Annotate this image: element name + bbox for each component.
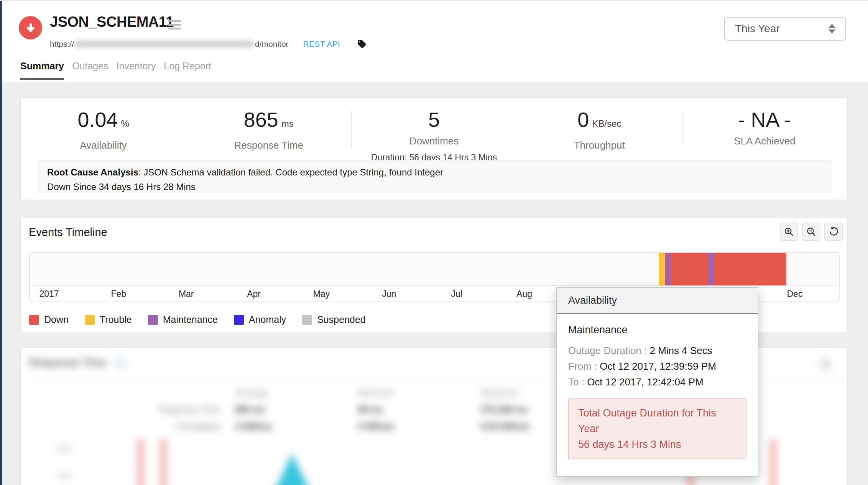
legend-item-trouble[interactable]: Trouble [85, 314, 132, 325]
timeline-segment-down[interactable] [671, 253, 709, 285]
tooltip-event-type: Maintenance [568, 324, 746, 336]
sla-value: - NA - [738, 108, 791, 131]
availability-label: Availability [21, 139, 186, 151]
cell: 88 ms [358, 405, 383, 415]
zoom-in-button[interactable] [780, 223, 798, 241]
downtimes-label: Downtimes [351, 135, 516, 147]
app-window: JSON_SCHEMA11 https:// d/monitor REST AP… [0, 0, 868, 485]
cell: 0.03 KB/sec [481, 421, 530, 432]
axis-label: 2017 [34, 289, 64, 299]
availability-value: 0.04 [77, 108, 118, 131]
tab-inventory[interactable]: Inventory [116, 58, 156, 80]
axis-label: May [308, 289, 335, 299]
axis-label: Apr [240, 289, 267, 299]
legend-item-suspended[interactable]: Suspended [302, 314, 366, 325]
tooltip-row-to: To : Oct 12 2017, 12:42:04 PM [568, 374, 746, 390]
downtime-bar [138, 439, 143, 485]
tooltip-body: Maintenance Outage Duration : 2 Mins 4 S… [557, 314, 758, 459]
info-icon: i [116, 358, 126, 368]
page-title: JSON_SCHEMA11 [50, 14, 174, 30]
cell: 0 KB/sec [235, 421, 273, 432]
period-dropdown[interactable]: This Year [724, 17, 846, 41]
zoom-reset-button[interactable] [824, 223, 843, 241]
stats-row: 0.04% Availability 865ms Response Time 5… [21, 98, 847, 163]
header: JSON_SCHEMA11 https:// d/monitor REST AP… [0, 1, 868, 82]
root-cause-analysis-box: Root Cause Analysis: JSON Schema validat… [37, 160, 832, 193]
tab-summary[interactable]: Summary [20, 58, 64, 80]
timeline-legend: Down Trouble Maintenance Anomaly Suspend… [29, 314, 366, 325]
summary-stats-card: 0.04% Availability 865ms Response Time 5… [20, 97, 848, 200]
down-swatch [29, 315, 39, 325]
stat-throughput: 0KB/sec Throughput [517, 108, 682, 163]
availability-tooltip: Availability Maintenance Outage Duration… [556, 287, 758, 477]
hamburger-menu-icon[interactable] [168, 20, 182, 31]
anomaly-swatch [234, 315, 244, 325]
legend-item-anomaly[interactable]: Anomaly [234, 314, 286, 325]
tooltip-row-duration: Outage Duration : 2 Mins 4 Secs [568, 343, 746, 359]
zoom-reset-icon [828, 226, 839, 237]
period-dropdown-value: This Year [735, 23, 829, 35]
tab-log-report[interactable]: Log Report [164, 58, 211, 80]
timeline-segment-trouble[interactable] [659, 253, 665, 285]
zoom-out-button[interactable] [802, 223, 820, 241]
timeline-zoom-controls [780, 223, 843, 241]
tab-outages[interactable]: Outages [72, 58, 108, 80]
url-redacted-blur [75, 40, 254, 48]
response-spike-area [270, 454, 314, 485]
timeline-segment-down[interactable] [713, 253, 786, 285]
tooltip-header: Availability [557, 288, 758, 314]
url-suffix: d/monitor [255, 39, 289, 49]
tooltip-row-from: From : Oct 12 2017, 12:39:59 PM [568, 359, 746, 374]
throughput-value: 0 [577, 108, 589, 131]
stat-availability: 0.04% Availability [21, 108, 186, 163]
y-axis-label: 150 [57, 471, 71, 480]
monitor-down-status-icon [19, 16, 42, 39]
response-time-label: Response Time [186, 139, 351, 151]
monitor-type-link[interactable]: REST API [303, 39, 340, 49]
axis-label: Jun [376, 289, 403, 299]
zoom-out-icon [806, 226, 817, 237]
axis-label: Aug [511, 289, 538, 299]
downtime-bar [770, 439, 776, 485]
cell: 270,189 ms [481, 405, 528, 415]
trouble-swatch [85, 315, 95, 325]
zoom-in-icon [784, 226, 794, 237]
legend-item-down[interactable]: Down [29, 314, 69, 325]
events-timeline-title: Events Timeline [29, 226, 107, 239]
downtime-bar [161, 439, 166, 485]
select-arrows-icon [829, 24, 835, 34]
col-header: Maximum [481, 388, 519, 398]
stat-downtimes: 5 Downtimes Duration: 56 days 14 Hrs 3 M… [351, 108, 516, 163]
monitor-url: https:// d/monitor REST API [50, 39, 367, 49]
down-arrow-icon [24, 21, 37, 34]
axis-label: Feb [105, 289, 132, 299]
response-time-title: Response Time [29, 356, 107, 369]
window-edge [0, 1, 2, 485]
axis-label: Dec [781, 289, 808, 299]
legend-item-maintenance[interactable]: Maintenance [148, 314, 218, 325]
card-menu-icon[interactable] [819, 358, 832, 371]
down-since-text: Down Since 34 days 16 Hrs 28 Mins [47, 180, 822, 194]
stat-response-time: 865ms Response Time [186, 108, 351, 163]
total-outage-highlight: Total Outage Duration for This Year 56 d… [568, 398, 746, 459]
col-header: Minimum [358, 388, 394, 398]
downtimes-value: 5 [428, 108, 440, 131]
url-prefix: https:// [50, 39, 74, 49]
stat-sla: - NA - SLA Achieved [682, 108, 847, 163]
response-time-value: 865 [244, 108, 278, 131]
tag-icon[interactable] [357, 39, 367, 49]
row-label: Throughput [136, 421, 220, 432]
suspended-swatch [302, 315, 312, 325]
axis-label: Mar [173, 289, 200, 299]
cell: 0 KB/sec [358, 421, 395, 432]
cell: 865 ms [235, 405, 265, 415]
timeline-segment-maintenance[interactable] [666, 253, 671, 285]
root-cause-label: Root Cause Analysis [47, 167, 138, 177]
timeline-bars-area[interactable] [30, 253, 839, 286]
sla-label: SLA Achieved [682, 135, 847, 147]
throughput-label: Throughput [517, 139, 682, 151]
timeline-segment-maintenance[interactable] [709, 253, 713, 285]
col-header: Average [235, 388, 268, 398]
maintenance-swatch [148, 315, 158, 325]
axis-label: Jul [443, 289, 470, 299]
